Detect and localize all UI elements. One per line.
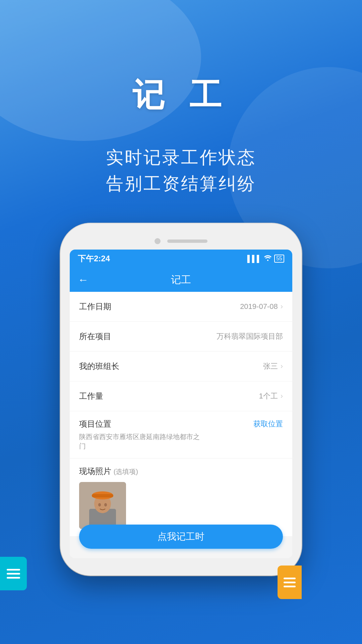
form-item-date[interactable]: 工作日期 2019-07-08 ›: [70, 292, 292, 322]
form-item-location: 项目位置 获取位置 陕西省西安市雁塔区唐延南路绿地都市之门: [70, 411, 292, 459]
date-chevron: ›: [281, 302, 283, 311]
get-location-button[interactable]: 获取位置: [253, 419, 283, 429]
subtitle-line1: 实时记录工作状态: [106, 144, 256, 170]
yellow-tab-lines: [284, 578, 296, 587]
phone-shell: 下午2:24 ▌▌▌ 55: [60, 223, 302, 576]
subtitle-line2: 告别工资结算纠纷: [106, 170, 256, 197]
battery-icon: 55: [274, 255, 284, 263]
app-title: 记 工: [132, 74, 230, 117]
form-list: 工作日期 2019-07-08 › 所在项目 万科翡翠国际项目部: [70, 292, 292, 558]
phone-mockup: 下午2:24 ▌▌▌ 55: [60, 223, 302, 576]
workload-text: 1个工: [259, 391, 278, 401]
leader-chevron: ›: [281, 362, 283, 371]
leader-text: 张三: [263, 361, 278, 371]
cyan-tab-lines: [7, 569, 20, 579]
project-text: 万科翡翠国际项目部: [217, 331, 283, 341]
status-icons: ▌▌▌ 55: [247, 255, 284, 263]
cyan-line-1: [7, 569, 20, 571]
project-value: 万科翡翠国际项目部: [217, 331, 283, 341]
status-bar: 下午2:24 ▌▌▌ 55: [70, 250, 292, 268]
app-header: ← 记工: [70, 268, 292, 292]
form-item-leader[interactable]: 我的班组长 张三 ›: [70, 352, 292, 381]
status-time: 下午2:24: [78, 253, 110, 264]
workload-chevron: ›: [281, 392, 283, 400]
photo-label-text: 现场照片: [79, 467, 111, 476]
phone-top-bar: [70, 233, 292, 250]
phone-speaker: [167, 239, 207, 243]
yellow-tab[interactable]: [278, 566, 302, 599]
svg-point-7: [104, 503, 107, 506]
signal-icon: ▌▌▌: [247, 255, 262, 263]
header-title: 记工: [171, 273, 191, 287]
yellow-line-1: [284, 578, 296, 579]
leader-value: 张三 ›: [263, 361, 283, 371]
location-label: 项目位置: [79, 419, 111, 429]
workload-label: 工作量: [79, 391, 103, 401]
wifi-icon: [264, 255, 272, 263]
svg-point-0: [267, 260, 268, 261]
cyan-line-3: [7, 577, 20, 579]
subtitle: 实时记录工作状态 告别工资结算纠纷: [106, 144, 256, 197]
form-item-workload[interactable]: 工作量 1个工 ›: [70, 381, 292, 411]
photo-optional-text: (选填项): [114, 468, 138, 475]
leader-label: 我的班组长: [79, 361, 119, 372]
cyan-tab[interactable]: [0, 557, 27, 590]
phone-screen: 下午2:24 ▌▌▌ 55: [70, 250, 292, 558]
photo-thumbnail[interactable]: [79, 482, 126, 529]
svg-point-6: [98, 503, 101, 506]
location-row: 项目位置 获取位置: [79, 419, 283, 429]
photo-header: 现场照片 (选填项): [79, 466, 283, 477]
cyan-line-2: [7, 573, 20, 575]
phone-camera: [155, 238, 161, 244]
svg-rect-5: [92, 494, 113, 497]
yellow-line-3: [284, 586, 296, 587]
back-button[interactable]: ←: [78, 274, 88, 286]
location-address: 陕西省西安市雁塔区唐延南路绿地都市之门: [79, 432, 200, 451]
page-content: 记 工 实时记录工作状态 告别工资结算纠纷 下午2:24: [0, 0, 362, 644]
worker-photo-svg: [79, 482, 126, 529]
date-label: 工作日期: [79, 301, 111, 312]
yellow-line-2: [284, 582, 296, 583]
date-value: 2019-07-08 ›: [240, 302, 283, 311]
submit-button[interactable]: 点我记工时: [79, 525, 283, 549]
workload-value: 1个工 ›: [259, 391, 283, 401]
form-item-project[interactable]: 所在项目 万科翡翠国际项目部: [70, 322, 292, 352]
project-label: 所在项目: [79, 331, 111, 342]
date-text: 2019-07-08: [240, 302, 278, 311]
